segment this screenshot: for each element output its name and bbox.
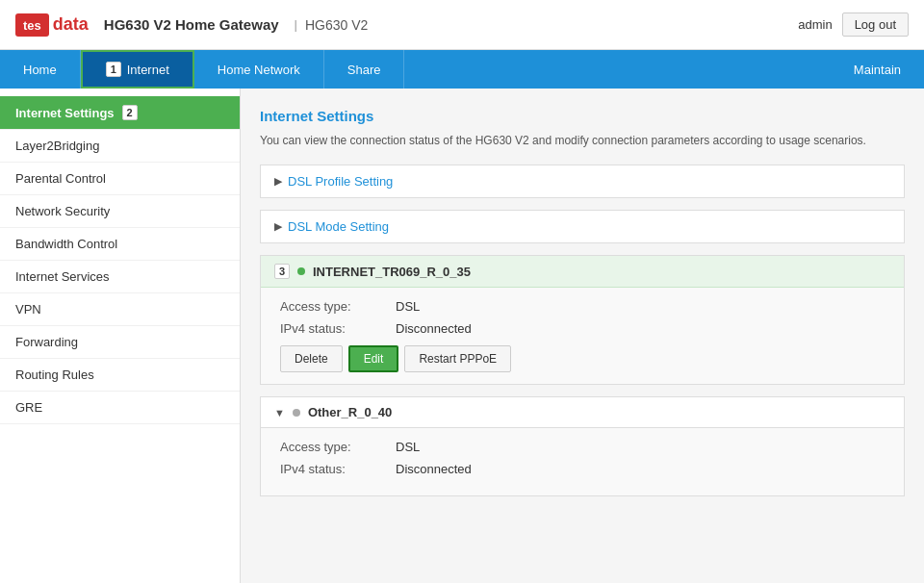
conn-2-access-type-value: DSL (396, 440, 420, 454)
conn-1-title: INTERNET_TR069_R_0_35 (313, 265, 471, 279)
nav-spacer (404, 50, 830, 89)
conn-2-status-dot (293, 409, 300, 417)
header-title: HG630 V2 Home Gateway (104, 16, 279, 33)
sidebar-item-network-security[interactable]: Network Security (0, 195, 240, 228)
conn-1-access-type-row: Access type: DSL (280, 299, 885, 314)
conn-2-access-type-label: Access type: (280, 440, 396, 454)
conn-2-ipv4-row: IPv4 status: Disconnected (280, 462, 885, 476)
conn-1-actions: Delete Edit Restart PPPoE (280, 345, 885, 372)
sidebar-item-internet-settings[interactable]: Internet Settings 2 (0, 96, 240, 130)
sidebar-item-layer2bridging[interactable]: Layer2Bridging (0, 130, 240, 163)
sidebar-item-parental-control[interactable]: Parental Control (0, 163, 240, 195)
sidebar-item-routing-rules[interactable]: Routing Rules (0, 359, 240, 392)
sidebar-item-bandwidth-control[interactable]: Bandwidth Control (0, 228, 240, 261)
conn-1-body: Access type: DSL IPv4 status: Disconnect… (261, 288, 904, 384)
conn-1-delete-button[interactable]: Delete (280, 345, 343, 372)
connection-2: ▼ Other_R_0_40 Access type: DSL IPv4 sta… (260, 396, 905, 496)
nav-item-home[interactable]: Home (0, 50, 81, 89)
dsl-mode-label: DSL Mode Setting (288, 219, 389, 234)
conn-1-restart-button[interactable]: Restart PPPoE (404, 345, 511, 372)
sidebar-item-forwarding[interactable]: Forwarding (0, 326, 240, 359)
conn-2-body: Access type: DSL IPv4 status: Disconnect… (261, 428, 904, 495)
content-description: You can view the connection status of th… (260, 132, 905, 149)
nav-item-maintain[interactable]: Maintain (831, 50, 924, 89)
conn-1-status-dot (297, 267, 305, 275)
conn-1-ipv4-row: IPv4 status: Disconnected (280, 321, 885, 336)
header-subtitle: HG630 V2 (305, 17, 368, 33)
conn-1-header[interactable]: 3 INTERNET_TR069_R_0_35 (261, 256, 904, 288)
conn-2-header[interactable]: ▼ Other_R_0_40 (261, 397, 904, 428)
nav-badge-1: 1 (106, 62, 121, 77)
dsl-profile-arrow: ▶ (274, 175, 282, 188)
logo: tes data (15, 13, 89, 37)
section-dsl-mode[interactable]: ▶ DSL Mode Setting (260, 210, 905, 243)
logo-data-text: data (53, 14, 89, 35)
conn-1-edit-button[interactable]: Edit (348, 345, 399, 372)
connection-1: 3 INTERNET_TR069_R_0_35 Access type: DSL… (260, 255, 905, 385)
conn-badge-3: 3 (274, 264, 290, 279)
content-title: Internet Settings (260, 108, 905, 124)
header-separator: | (295, 17, 297, 32)
section-dsl-profile[interactable]: ▶ DSL Profile Setting (260, 165, 905, 198)
header: tes data HG630 V2 Home Gateway | HG630 V… (0, 0, 924, 50)
dsl-mode-arrow: ▶ (274, 220, 282, 233)
nav-bar: Home 1 Internet Home Network Share Maint… (0, 50, 924, 89)
conn-2-arrow: ▼ (274, 407, 285, 418)
conn-1-ipv4-label: IPv4 status: (280, 321, 396, 336)
conn-2-access-type-row: Access type: DSL (280, 440, 885, 454)
conn-1-access-type-label: Access type: (280, 299, 396, 314)
conn-2-title: Other_R_0_40 (308, 405, 392, 419)
sidebar-item-gre[interactable]: GRE (0, 392, 240, 424)
header-right: admin Log out (798, 13, 909, 37)
main-layout: Internet Settings 2 Layer2Bridging Paren… (0, 89, 924, 583)
sidebar-item-vpn[interactable]: VPN (0, 293, 240, 326)
conn-1-access-type-value: DSL (396, 299, 420, 314)
conn-2-ipv4-label: IPv4 status: (280, 462, 396, 476)
sidebar: Internet Settings 2 Layer2Bridging Paren… (0, 89, 241, 583)
nav-item-share[interactable]: Share (324, 50, 405, 89)
conn-2-ipv4-value: Disconnected (396, 462, 472, 476)
admin-label: admin (798, 17, 832, 32)
sidebar-item-internet-services[interactable]: Internet Services (0, 261, 240, 293)
logout-button[interactable]: Log out (842, 13, 909, 37)
dsl-profile-label: DSL Profile Setting (288, 174, 393, 189)
conn-1-ipv4-value: Disconnected (396, 321, 472, 336)
sidebar-badge-2: 2 (122, 105, 138, 120)
nav-item-home-network[interactable]: Home Network (194, 50, 324, 89)
nav-item-internet[interactable]: 1 Internet (81, 50, 194, 89)
logo-brand: tes (15, 13, 49, 37)
content-area: Internet Settings You can view the conne… (241, 89, 924, 583)
